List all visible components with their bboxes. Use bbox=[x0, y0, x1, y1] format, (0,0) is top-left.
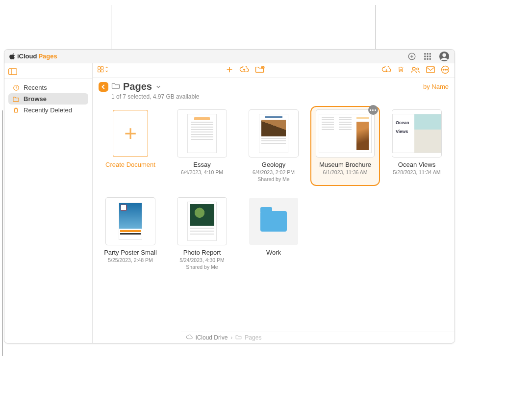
tile-date: 6/4/2023, 4:10 PM bbox=[181, 169, 223, 175]
tile-date: 6/4/2023, 2:02 PM bbox=[253, 169, 295, 175]
folder-icon bbox=[12, 95, 20, 103]
svg-rect-9 bbox=[430, 58, 431, 59]
main-area: Pages 1 of 7 selected, 4.97 GB available… bbox=[93, 63, 455, 343]
chevron-down-icon[interactable] bbox=[156, 84, 161, 90]
tile-shared: Shared by Me bbox=[257, 176, 289, 182]
app-grid-icon[interactable] bbox=[423, 52, 432, 61]
sidebar-item-label: Browse bbox=[24, 95, 47, 103]
document-tile-ocean-views[interactable]: Ocean Views Ocean Views 5/28/2023, 11:34… bbox=[383, 107, 451, 185]
svg-rect-7 bbox=[424, 58, 426, 59]
svg-rect-21 bbox=[427, 67, 435, 73]
document-grid: + Create Document Essay 6/4/2023, 4:10 P… bbox=[93, 105, 455, 343]
thumb-title: Ocean Views bbox=[396, 120, 409, 134]
thumbnail bbox=[316, 110, 374, 157]
document-tile-party-poster[interactable]: Party Poster Small 5/25/2023, 2:48 PM bbox=[97, 195, 164, 273]
sidebar-toggle-icon[interactable] bbox=[8, 68, 17, 75]
add-icon[interactable] bbox=[226, 66, 233, 76]
svg-rect-14 bbox=[98, 66, 101, 69]
document-tile-museum-brochure[interactable]: ••• Museum Brochure 6/1/2023, 11:36 AM bbox=[311, 107, 379, 185]
svg-rect-17 bbox=[101, 70, 103, 72]
document-tile-photo-report[interactable]: Photo Report 5/24/2023, 4:30 PM Shared b… bbox=[168, 195, 236, 273]
more-icon[interactable] bbox=[441, 65, 450, 76]
svg-rect-5 bbox=[427, 55, 429, 57]
svg-rect-6 bbox=[430, 55, 431, 57]
app-window: iCloud Pages bbox=[4, 49, 455, 343]
tile-name: Photo Report bbox=[183, 249, 221, 256]
sidebar-item-browse[interactable]: Browse bbox=[8, 93, 88, 105]
tile-name: Party Poster Small bbox=[104, 249, 157, 256]
chevron-right-icon: › bbox=[230, 334, 232, 341]
pathbar: Pages 1 of 7 selected, 4.97 GB available… bbox=[93, 78, 455, 105]
tile-name: Create Document bbox=[105, 161, 155, 168]
selection-info: 1 of 7 selected, 4.97 GB available bbox=[111, 93, 199, 100]
document-tile-geology[interactable]: Geology 6/4/2023, 2:02 PM Shared by Me bbox=[240, 107, 307, 185]
mail-icon[interactable] bbox=[426, 66, 435, 75]
tile-name: Museum Brochure bbox=[319, 161, 371, 168]
back-button[interactable] bbox=[99, 82, 108, 92]
tile-shared: Shared by Me bbox=[186, 264, 218, 270]
svg-point-19 bbox=[412, 67, 415, 70]
share-people-icon[interactable] bbox=[410, 66, 420, 76]
account-icon[interactable] bbox=[439, 51, 450, 62]
svg-rect-12 bbox=[9, 69, 17, 75]
tile-date: 5/25/2023, 2:48 PM bbox=[108, 257, 153, 263]
cloud-icon bbox=[186, 334, 193, 341]
svg-point-23 bbox=[443, 69, 444, 70]
view-options-icon[interactable] bbox=[98, 66, 108, 76]
tile-name: Work bbox=[266, 249, 281, 256]
svg-point-25 bbox=[447, 69, 448, 70]
svg-rect-3 bbox=[430, 53, 431, 54]
folder-glyph-icon bbox=[111, 82, 120, 91]
tile-name: Ocean Views bbox=[398, 161, 435, 168]
tile-more-button[interactable]: ••• bbox=[368, 105, 378, 115]
brand-prefix: iCloud bbox=[17, 53, 37, 60]
sidebar-item-recents[interactable]: Recents bbox=[8, 82, 88, 93]
sidebar: Recents Browse Recently Deleted bbox=[4, 63, 93, 343]
tile-name: Geology bbox=[262, 161, 285, 168]
thumbnail bbox=[249, 198, 298, 245]
sort-button[interactable]: by Name bbox=[423, 81, 449, 90]
app-body: Recents Browse Recently Deleted bbox=[4, 63, 455, 343]
folder-title[interactable]: Pages bbox=[123, 81, 152, 92]
thumbnail bbox=[177, 110, 227, 157]
download-icon[interactable] bbox=[381, 66, 391, 76]
create-document-tile[interactable]: + Create Document bbox=[97, 107, 164, 185]
svg-rect-2 bbox=[427, 53, 429, 54]
folder-tile-work[interactable]: Work bbox=[240, 195, 307, 273]
svg-rect-8 bbox=[427, 58, 429, 59]
callout-line-sidebar bbox=[2, 110, 3, 356]
svg-rect-15 bbox=[101, 66, 103, 69]
clock-icon bbox=[12, 84, 20, 91]
folder-small-icon bbox=[235, 334, 242, 341]
svg-point-11 bbox=[442, 53, 446, 56]
svg-rect-16 bbox=[98, 70, 101, 72]
document-tile-essay[interactable]: Essay 6/4/2023, 4:10 PM bbox=[168, 107, 236, 185]
tile-date: 5/24/2023, 4:30 PM bbox=[179, 257, 225, 263]
svg-point-24 bbox=[445, 69, 446, 70]
breadcrumb-current[interactable]: Pages bbox=[245, 334, 261, 341]
breadcrumb-root[interactable]: iCloud Drive bbox=[196, 334, 228, 341]
thumbnail: Ocean Views bbox=[392, 110, 441, 157]
thumbnail bbox=[249, 110, 298, 157]
svg-rect-1 bbox=[424, 53, 426, 54]
app-name: Pages bbox=[38, 53, 57, 60]
sidebar-item-label: Recently Deleted bbox=[24, 106, 72, 114]
breadcrumb: iCloud Drive › Pages bbox=[181, 332, 455, 343]
titlebar-brand[interactable]: iCloud Pages bbox=[9, 53, 57, 60]
folder-icon bbox=[260, 211, 287, 232]
sidebar-item-label: Recents bbox=[24, 84, 47, 91]
delete-icon[interactable] bbox=[397, 65, 405, 76]
titlebar: iCloud Pages bbox=[4, 50, 455, 63]
upload-icon[interactable] bbox=[239, 66, 249, 76]
tile-name: Essay bbox=[193, 161, 210, 168]
svg-rect-4 bbox=[424, 55, 426, 57]
sidebar-item-recently-deleted[interactable]: Recently Deleted bbox=[8, 105, 88, 116]
thumbnail bbox=[106, 198, 155, 245]
svg-point-20 bbox=[417, 68, 419, 70]
tile-date: 6/1/2023, 11:36 AM bbox=[323, 169, 367, 175]
trash-icon bbox=[12, 106, 20, 114]
toolbar bbox=[93, 63, 455, 78]
thumbnail bbox=[177, 198, 227, 245]
new-folder-icon[interactable] bbox=[255, 66, 265, 76]
create-plus-icon[interactable] bbox=[407, 52, 416, 61]
